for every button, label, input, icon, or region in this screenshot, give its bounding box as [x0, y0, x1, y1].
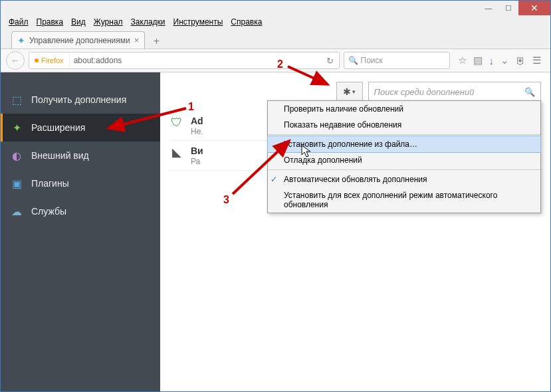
tabstrip: ✦ Управление дополнениями × + — [1, 29, 550, 49]
menu-edit[interactable]: Правка — [33, 16, 68, 28]
url-input[interactable] — [70, 56, 322, 65]
addon-bookmark-icon: ◣ — [169, 145, 184, 159]
search-box[interactable]: 🔍 Поиск — [344, 52, 450, 69]
dd-reset-update[interactable]: Установить для всех дополнений режим авт… — [268, 187, 540, 213]
chevron-down-icon: ▾ — [352, 88, 356, 95]
star-icon[interactable]: ☆ — [458, 54, 467, 66]
search-submit-icon[interactable]: 🔍 — [524, 87, 535, 97]
addon-name: Ви — [191, 146, 203, 156]
services-icon: ☁ — [10, 205, 23, 218]
dd-auto-update[interactable]: ✓Автоматически обновлять дополнения — [268, 171, 540, 187]
dd-check-updates[interactable]: Проверить наличие обновлений — [268, 101, 540, 117]
sidebar-item-appearance[interactable]: ◐ Внешний вид — [1, 142, 160, 169]
extensions-icon: ✦ — [10, 122, 23, 134]
tab-addons[interactable]: ✦ Управление дополнениями × — [11, 31, 145, 49]
menubar: Файл Правка Вид Журнал Закладки Инструме… — [1, 15, 550, 29]
minimize-button[interactable]: — — [479, 1, 498, 15]
sidebar-item-extensions[interactable]: ✦ Расширения — [1, 114, 160, 142]
bookmarks-icon[interactable]: ▤ — [473, 54, 483, 66]
addon-sub: Ра — [191, 157, 203, 166]
shield-icon[interactable]: ⛨ — [516, 55, 526, 66]
downloads-icon[interactable]: ↓ — [489, 55, 495, 66]
sidebar-item-label: Расширения — [31, 122, 85, 133]
addon-shield-icon: 🛡 — [169, 115, 184, 130]
dd-debug[interactable]: Отладка дополнений — [268, 152, 540, 168]
search-icon: 🔍 — [348, 56, 358, 65]
menu-history[interactable]: Журнал — [90, 16, 127, 28]
appearance-icon: ◐ — [10, 149, 23, 162]
menu-icon[interactable]: ☰ — [532, 54, 541, 66]
reload-button[interactable]: ↻ — [322, 56, 339, 66]
firefox-icon — [35, 58, 39, 62]
pocket-icon[interactable]: ⌄ — [500, 54, 509, 66]
search-placeholder: Поиск — [361, 56, 383, 65]
sidebar: ⬚ Получить дополнения ✦ Расширения ◐ Вне… — [1, 72, 160, 391]
nav-icons: ☆ ▤ ↓ ⌄ ⛨ ☰ — [454, 54, 546, 66]
navbar: ← Firefox ↻ 🔍 Поиск ☆ ▤ ↓ ⌄ ⛨ ☰ — [1, 49, 550, 72]
menu-bookmarks[interactable]: Закладки — [127, 16, 169, 28]
dd-install-from-file[interactable]: Установить дополнение из файла… — [267, 136, 541, 153]
sidebar-item-plugins[interactable]: ▣ Плагины — [1, 169, 160, 197]
close-button[interactable]: ✕ — [518, 1, 550, 15]
menu-help[interactable]: Справка — [227, 16, 266, 28]
sidebar-item-label: Получить дополнения — [31, 94, 126, 105]
gear-button[interactable]: ✱ ▾ — [336, 82, 363, 102]
url-box[interactable]: Firefox ↻ — [29, 52, 340, 69]
menu-view[interactable]: Вид — [67, 16, 90, 28]
tab-title: Управление дополнениями — [29, 36, 130, 45]
dd-separator — [268, 134, 540, 135]
menu-tools[interactable]: Инструменты — [169, 16, 227, 28]
addon-search-box[interactable]: Поиск среди дополнений 🔍 — [368, 82, 542, 102]
menu-file[interactable]: Файл — [5, 16, 33, 28]
back-button[interactable]: ← — [6, 51, 25, 70]
sidebar-item-get-addons[interactable]: ⬚ Получить дополнения — [1, 86, 160, 114]
sidebar-item-label: Плагины — [31, 178, 69, 189]
gear-dropdown: Проверить наличие обновлений Показать не… — [267, 100, 541, 213]
dd-separator — [268, 169, 540, 170]
sidebar-item-services[interactable]: ☁ Службы — [1, 197, 160, 225]
sidebar-item-label: Внешний вид — [31, 150, 89, 161]
tab-close-icon[interactable]: × — [134, 35, 140, 45]
dd-show-recent[interactable]: Показать недавние обновления — [268, 117, 540, 133]
get-addons-icon: ⬚ — [10, 94, 23, 106]
gear-icon: ✱ — [343, 86, 351, 97]
identity-box[interactable]: Firefox — [29, 52, 70, 68]
titlebar: — ☐ ✕ — [1, 1, 550, 15]
addon-search-placeholder: Поиск среди дополнений — [374, 87, 475, 97]
sidebar-item-label: Службы — [31, 206, 66, 217]
plugins-icon: ▣ — [10, 177, 23, 190]
maximize-button[interactable]: ☐ — [498, 1, 518, 15]
addon-sub: Не. — [191, 127, 203, 136]
check-icon: ✓ — [271, 175, 277, 184]
addon-header: ✱ ▾ Поиск среди дополнений 🔍 — [160, 72, 550, 102]
new-tab-button[interactable]: + — [148, 34, 165, 49]
puzzle-icon: ✦ — [17, 35, 25, 46]
addon-name: Ad — [191, 116, 203, 126]
